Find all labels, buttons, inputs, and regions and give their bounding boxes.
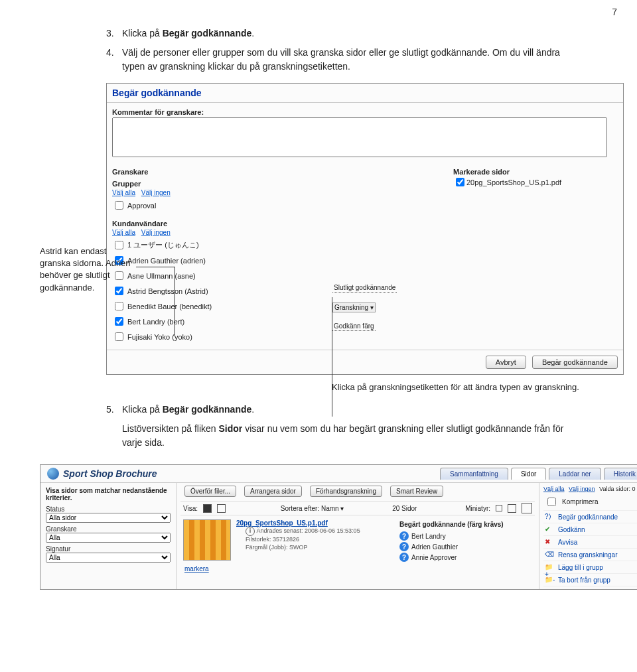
group-approval-checkbox[interactable]	[115, 201, 123, 210]
page-thumbnail[interactable]	[183, 519, 231, 561]
reviewer-filter-select[interactable]: Alla	[46, 533, 171, 543]
status-pending-icon: ?	[399, 531, 409, 541]
user-row[interactable]: Adrien Gauthier (adrien)	[112, 253, 324, 268]
marked-page-row[interactable]: 20pg_SportsShop_US.p1.pdf	[453, 176, 618, 188]
step-5: 5. Klicka på Begär godkännande.	[106, 403, 571, 417]
thumb-large-icon[interactable]	[522, 503, 532, 513]
groups-select-all[interactable]: Välj alla	[112, 189, 135, 196]
user-checkbox[interactable]	[115, 317, 123, 326]
user-row[interactable]: Fujisaki Yoko (yoko)	[112, 329, 324, 344]
user-label: Asne Ullmann (asne)	[127, 272, 196, 280]
check-icon: ✔	[545, 525, 554, 533]
action-approve[interactable]: ✔Godkänn	[543, 523, 637, 536]
group-approval-label: Approval	[127, 202, 156, 210]
annotation-bottom: Klicka på granskningsetiketten för att ä…	[332, 381, 597, 393]
tab-summary[interactable]: Sammanfattning	[440, 468, 508, 480]
view-label: Visa:	[183, 505, 198, 512]
folder-add-icon: 📁+	[545, 563, 554, 571]
thumb-medium-icon[interactable]	[508, 504, 516, 513]
reviewer-filter-label: Granskare	[46, 525, 171, 533]
user-row[interactable]: Benedikt Bauer (benedikt)	[112, 299, 324, 314]
user-checkbox[interactable]	[115, 332, 123, 341]
cancel-button[interactable]: Avbryt	[486, 356, 526, 369]
reviewers-heading: Granskare	[112, 168, 324, 176]
file-meta-size: Filstorlek: 35712826	[246, 536, 394, 544]
step-3-number: 3.	[106, 27, 122, 40]
view-grid-icon[interactable]	[203, 504, 212, 513]
callout-line	[175, 267, 175, 336]
filter-panel: Visa sidor som matchar nedanstående krit…	[40, 483, 177, 589]
step-4-text: Välj de personer eller grupper som du vi…	[122, 46, 571, 74]
approver-name: Adrien Gauthier	[411, 543, 458, 551]
compress-toggle[interactable]: Komprimera	[543, 494, 637, 511]
step-5-suffix: .	[251, 404, 254, 415]
status-select[interactable]: Alla sidor	[46, 513, 171, 523]
step-4-number: 4.	[106, 46, 122, 74]
action-label: Godkänn	[558, 526, 585, 533]
right-select-none[interactable]: Välj ingen	[569, 486, 595, 492]
tab-pages[interactable]: Sidor	[511, 468, 546, 480]
upload-files-button[interactable]: Överför filer...	[184, 486, 236, 497]
smart-review-button[interactable]: Smart Review	[390, 486, 443, 497]
step-3-suffix: .	[251, 28, 254, 38]
tab-history[interactable]: Historik	[604, 468, 637, 480]
preview-button[interactable]: Förhandsgranskning	[310, 486, 382, 497]
users-select-all[interactable]: Välj alla	[112, 229, 135, 236]
role-review-select[interactable]: Granskning ▾	[332, 302, 376, 312]
thumbnail-label: Miniatyr:	[465, 505, 490, 512]
marked-page-name: 20pg_SportsShop_US.p1.pdf	[466, 178, 561, 186]
info-icon[interactable]: i	[246, 527, 255, 536]
action-label: Avvisa	[558, 539, 577, 546]
step-5b-bold: Sidor	[219, 423, 243, 434]
action-label: Rensa granskningar	[558, 551, 618, 559]
brand-icon	[47, 468, 59, 480]
action-add-to-group[interactable]: 📁+Lägg till i grupp	[543, 561, 637, 574]
sort-label[interactable]: Sortera efter: Namn ▾	[281, 505, 344, 512]
view-list-icon[interactable]	[217, 504, 226, 513]
file-meta-color: Färgmål (Jobb): SWOP	[246, 544, 394, 552]
user-row[interactable]: Asne Ullmann (asne)	[112, 268, 324, 283]
role-review-label: Granskning	[334, 304, 368, 311]
action-clear-reviews[interactable]: ⌫Rensa granskningar	[543, 549, 637, 561]
request-approval-button[interactable]: Begär godkännande	[532, 356, 618, 369]
user-label: Benedikt Bauer (benedikt)	[127, 302, 212, 310]
groups-select-none[interactable]: Välj ingen	[141, 189, 171, 196]
user-label: Astrid Bengtsson (Astrid)	[127, 287, 208, 295]
approver-name: Annie Approver	[411, 554, 457, 561]
action-label: Lägg till i grupp	[558, 564, 603, 571]
selected-count: Valda sidor: 0	[599, 486, 635, 492]
select-link[interactable]: markera	[180, 564, 209, 572]
tab-download[interactable]: Laddar ner	[549, 468, 601, 480]
file-name-link[interactable]: 20pg_SportsShop_US.p1.pdf	[236, 519, 328, 527]
user-checkbox[interactable]	[115, 302, 123, 310]
comment-textarea[interactable]	[112, 117, 607, 157]
step-5b-spacer	[106, 422, 122, 450]
action-remove-from-group[interactable]: 📁-Ta bort från grupp	[543, 574, 637, 586]
group-row-approval[interactable]: Approval	[112, 198, 324, 213]
action-request-approval[interactable]: ?⟩Begär godkännande	[543, 511, 637, 523]
chevron-down-icon: ▾	[370, 304, 374, 311]
dialog-title: Begär godkännande	[107, 84, 623, 103]
users-select-none[interactable]: Välj ingen	[141, 229, 171, 236]
compress-checkbox[interactable]	[547, 498, 556, 506]
right-select-all[interactable]: Välj alla	[543, 486, 565, 492]
step-3: 3. Klicka på Begär godkännande.	[106, 27, 571, 40]
signature-select[interactable]: Alla	[46, 553, 171, 563]
customer-users-heading: Kundanvändare	[112, 220, 324, 228]
user-row[interactable]: Astrid Bengtsson (Astrid)	[112, 283, 324, 299]
role-approve-color[interactable]: Godkänn färg	[332, 322, 376, 331]
role-final-approval[interactable]: Slutligt godkännande	[332, 283, 397, 293]
arrange-pages-button[interactable]: Arrangera sidor	[244, 486, 302, 497]
action-reject[interactable]: ✖Avvisa	[543, 536, 637, 549]
status-pending-icon: ?	[399, 553, 409, 562]
marked-page-checkbox[interactable]	[456, 178, 464, 186]
step-5-number: 5.	[106, 403, 122, 417]
project-title: Sport Shop Brochure	[40, 465, 437, 482]
file-meta-modified: Ändrades senast: 2008-06-06 15:53:05	[257, 527, 360, 534]
user-row[interactable]: Bert Landry (bert)	[112, 314, 324, 329]
step-5-prefix: Klicka på	[122, 404, 163, 415]
user-row[interactable]: 1 ユーザー (じゅんこ)	[112, 237, 324, 253]
step-3-bold: Begär godkännande	[163, 28, 252, 38]
thumb-small-icon[interactable]	[496, 505, 502, 511]
request-approval-dialog: Begär godkännande Kommentar för granskar…	[106, 83, 624, 375]
